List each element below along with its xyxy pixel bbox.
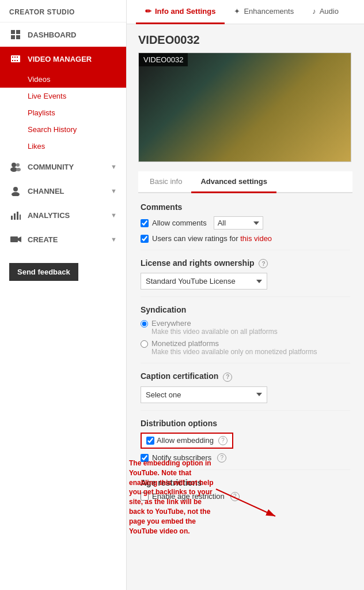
main-content: ✏ Info and Settings ✦ Enhancements ♪ Aud… — [127, 0, 364, 590]
allow-embedding-label: Allow embedding — [157, 436, 214, 445]
svg-point-17 — [12, 192, 20, 196]
sidebar-item-dashboard-label: DASHBOARD — [28, 31, 77, 39]
sidebar-sub-search-history[interactable]: Search History — [0, 121, 126, 138]
sidebar-sub-videos[interactable]: Videos — [0, 71, 126, 88]
distribution-section-title: Distribution options — [141, 419, 350, 428]
svg-rect-6 — [12, 57, 13, 58]
notify-help-icon[interactable]: ? — [217, 453, 226, 463]
film-icon — [9, 52, 22, 65]
sidebar-item-analytics-label: ANALYTICS — [28, 211, 70, 220]
ratings-row: Users can view ratings for this video — [141, 234, 350, 243]
sidebar-item-channel-label: CHANNEL — [28, 187, 65, 196]
comments-select-wrapper: All Approved Disabled — [214, 216, 263, 230]
svg-rect-18 — [11, 216, 13, 220]
person-icon — [9, 185, 22, 197]
allow-embedding-box: Allow embedding ? — [141, 433, 233, 449]
syndication-everywhere-label: Everywhere Make this video available on … — [151, 319, 278, 336]
license-help-icon[interactable]: ? — [259, 259, 268, 268]
sidebar-item-video-manager-label: VIDEO MANAGER — [28, 55, 92, 63]
annotation-text: The embedding option in YouTube. Note th… — [129, 459, 214, 536]
sidebar-sub-live-events[interactable]: Live Events — [0, 88, 126, 104]
video-title: VIDEO0032 — [138, 33, 352, 47]
chevron-down-icon-4: ▼ — [111, 236, 117, 243]
sidebar-item-create-label: CREATE — [28, 235, 58, 244]
ratings-link[interactable]: this video — [240, 234, 272, 243]
caption-select[interactable]: Select one — [141, 386, 267, 403]
svg-point-16 — [13, 187, 18, 191]
comments-select[interactable]: All Approved Disabled — [214, 216, 263, 230]
age-help-icon[interactable]: ? — [230, 492, 240, 501]
svg-rect-10 — [14, 60, 16, 61]
chevron-down-icon-2: ▼ — [111, 187, 117, 194]
svg-marker-23 — [18, 236, 21, 242]
svg-rect-0 — [11, 30, 15, 34]
caption-section-title: Caption certification ? — [141, 371, 350, 381]
license-select[interactable]: Standard YouTube License Creative Common… — [141, 273, 267, 290]
sidebar-item-community[interactable]: COMMUNITY ▼ — [0, 155, 126, 179]
divider-3 — [141, 363, 350, 363]
svg-rect-1 — [16, 30, 20, 34]
sub-tab-advanced-settings[interactable]: Advanced settings — [191, 171, 276, 193]
wand-icon: ✦ — [234, 7, 240, 16]
sidebar-sub-playlists[interactable]: Playlists — [0, 104, 126, 121]
allow-comments-label: Allow comments — [152, 219, 207, 227]
syndication-everywhere-radio[interactable] — [141, 320, 148, 328]
ratings-checkbox[interactable] — [141, 235, 149, 243]
svg-rect-7 — [14, 57, 16, 58]
sidebar-sub-likes[interactable]: Likes — [0, 138, 126, 155]
svg-point-12 — [12, 163, 16, 167]
svg-rect-22 — [10, 236, 18, 242]
syndication-monetized-label: Monetized platforms Make this video avai… — [151, 339, 317, 356]
video-preview: VIDEO0032 — [138, 52, 351, 162]
svg-rect-11 — [17, 60, 18, 61]
sidebar: CREATOR STUDIO DASHBOARD — [0, 0, 127, 590]
tab-audio[interactable]: ♪ Audio — [303, 0, 348, 24]
sub-items: Videos Live Events Playlists Search Hist… — [0, 71, 126, 155]
svg-rect-8 — [17, 57, 18, 58]
svg-rect-3 — [16, 35, 20, 39]
sidebar-item-create[interactable]: CREATE ▼ — [0, 227, 126, 251]
divider-4 — [141, 410, 350, 411]
video-preview-label: VIDEO0032 — [139, 53, 188, 66]
sidebar-logo: CREATOR STUDIO — [0, 0, 126, 22]
grid-icon — [9, 28, 22, 41]
allow-embedding-row: Allow embedding ? — [141, 433, 350, 449]
send-feedback-button[interactable]: Send feedback — [9, 263, 78, 281]
embedding-help-icon[interactable]: ? — [218, 436, 227, 445]
caption-help-icon[interactable]: ? — [223, 373, 232, 382]
ratings-label: Users can view ratings for this video — [152, 234, 272, 243]
syndication-monetized-radio[interactable] — [141, 340, 148, 348]
divider-2 — [141, 296, 350, 297]
divider-1 — [141, 250, 350, 250]
camera-icon — [9, 233, 22, 246]
tab-info-settings[interactable]: ✏ Info and Settings — [136, 0, 225, 24]
tab-enhancements[interactable]: ✦ Enhancements — [225, 0, 303, 24]
sidebar-item-channel[interactable]: CHANNEL ▼ — [0, 179, 126, 203]
content-area: VIDEO0032 VIDEO0032 Basic info Advanced … — [127, 24, 364, 515]
chevron-down-icon-3: ▼ — [111, 212, 117, 219]
sidebar-item-analytics[interactable]: ANALYTICS ▼ — [0, 203, 126, 227]
syndication-section-title: Syndication — [141, 305, 350, 314]
license-section-title: License and rights ownership ? — [141, 258, 350, 268]
comments-section-title: Comments — [141, 202, 350, 212]
svg-rect-21 — [20, 215, 21, 220]
chevron-down-icon: ▼ — [111, 163, 117, 170]
sidebar-item-community-label: COMMUNITY — [28, 163, 74, 171]
allow-embedding-checkbox[interactable] — [146, 437, 154, 445]
annotation: The embedding option in YouTube. Note th… — [129, 459, 214, 536]
svg-point-15 — [16, 168, 21, 171]
allow-comments-checkbox[interactable] — [141, 219, 149, 227]
sub-tab-basic-info[interactable]: Basic info — [141, 171, 191, 193]
sidebar-item-dashboard[interactable]: DASHBOARD — [0, 22, 126, 47]
svg-rect-19 — [14, 213, 16, 220]
svg-point-13 — [16, 163, 20, 167]
syndication-monetized-row: Monetized platforms Make this video avai… — [141, 339, 350, 356]
sidebar-item-video-manager[interactable]: VIDEO MANAGER — [0, 47, 126, 71]
people-icon — [9, 160, 22, 173]
syndication-everywhere-row: Everywhere Make this video available on … — [141, 319, 350, 336]
svg-rect-20 — [17, 212, 18, 220]
pencil-icon: ✏ — [145, 7, 151, 16]
music-icon: ♪ — [312, 7, 316, 16]
sub-tabs: Basic info Advanced settings — [138, 171, 352, 193]
settings-content: Comments Allow comments All Approved Dis… — [138, 202, 352, 501]
